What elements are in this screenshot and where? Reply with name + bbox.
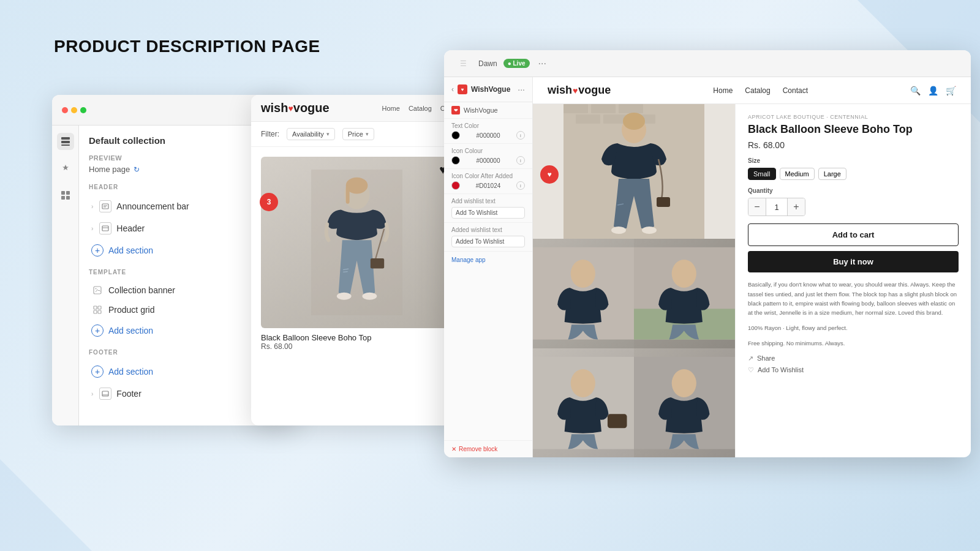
store-nav-icons: 🔍 👤 🛒 bbox=[910, 86, 956, 96]
product-shipping: Free shipping. No minimums. Always. bbox=[748, 339, 959, 348]
svg-rect-4 bbox=[66, 191, 70, 195]
svg-point-42 bbox=[642, 227, 657, 234]
footer-chevron: › bbox=[91, 391, 93, 397]
remove-block-button[interactable]: ✕ Remove block bbox=[444, 440, 532, 457]
quantity-decrease-button[interactable]: − bbox=[748, 198, 766, 216]
product-store-name: APRICOT LAKE BOUTIQUE · CENTENNIAL bbox=[748, 114, 959, 120]
added-wishlist-label: Added wishlist text bbox=[451, 227, 525, 233]
svg-rect-33 bbox=[591, 104, 616, 113]
text-color-row: Text Color #000000 i bbox=[444, 119, 532, 144]
text-color-info-icon[interactable]: i bbox=[516, 131, 525, 140]
collection-nav: Home Catalog Con bbox=[382, 105, 453, 112]
shopify-editor-panel: ☰ Dawn ● Live ··· ‹ ♥ WishVogue ··· Wish… bbox=[444, 50, 971, 457]
product-images-grid bbox=[533, 104, 735, 457]
customize-icon[interactable] bbox=[57, 160, 74, 177]
price-filter[interactable]: Price ▾ bbox=[342, 128, 374, 140]
cart-nav-icon[interactable]: 🛒 bbox=[946, 86, 956, 96]
nav-home[interactable]: Home bbox=[382, 105, 400, 112]
size-options: Small Medium Large bbox=[748, 168, 959, 180]
svg-rect-3 bbox=[61, 191, 65, 195]
collection-person-svg bbox=[290, 170, 424, 315]
product-description: Basically, if you don't know what to wea… bbox=[748, 280, 959, 317]
wishlist-count-badge-right: ♥ bbox=[540, 165, 559, 184]
store-navigation: wish♥vogue Home Catalog Contact 🔍 👤 🛒 bbox=[533, 77, 971, 104]
nav-link-home[interactable]: Home bbox=[713, 86, 733, 95]
add-section-header-label: Add section bbox=[108, 246, 153, 255]
nav-link-catalog[interactable]: Catalog bbox=[745, 86, 770, 95]
svg-rect-1 bbox=[61, 141, 70, 143]
icon-color-added-row: Icon Color After Added #D01024 i bbox=[444, 169, 532, 194]
svg-rect-43 bbox=[657, 197, 670, 207]
svg-point-45 bbox=[571, 260, 595, 288]
editor-top-bar: ☰ Dawn ● Live ··· bbox=[444, 50, 971, 77]
remove-block-icon: ✕ bbox=[451, 446, 456, 452]
share-label[interactable]: Share bbox=[757, 354, 775, 362]
text-color-label: Text Color bbox=[451, 122, 525, 129]
preview-refresh-icon[interactable]: ↻ bbox=[134, 165, 140, 174]
thumb-4[interactable] bbox=[634, 348, 735, 458]
svg-point-39 bbox=[623, 113, 645, 130]
icon-color-added-info-icon[interactable]: i bbox=[516, 181, 525, 190]
availability-label: Availability bbox=[292, 130, 324, 138]
wishlist-label[interactable]: Add To Wishlist bbox=[758, 366, 804, 373]
nav-catalog[interactable]: Catalog bbox=[409, 105, 432, 112]
quantity-increase-button[interactable]: + bbox=[788, 198, 805, 216]
collection-top-bar: wish♥vogue Home Catalog Con bbox=[251, 95, 462, 122]
icon-color-added-swatch[interactable] bbox=[451, 181, 460, 190]
text-color-swatch[interactable] bbox=[451, 131, 460, 140]
added-wishlist-input[interactable] bbox=[451, 236, 525, 247]
product-content: APRICOT LAKE BOUTIQUE · CENTENNIAL Black… bbox=[533, 104, 971, 457]
svg-rect-15 bbox=[98, 306, 101, 309]
wishlist-text-input[interactable] bbox=[451, 207, 525, 219]
store-nav-links: Home Catalog Contact bbox=[713, 86, 808, 95]
wv-sub-brand-name: WishVogue bbox=[464, 107, 498, 114]
svg-rect-6 bbox=[66, 196, 70, 200]
apps-icon[interactable] bbox=[57, 187, 74, 204]
icon-color-swatch[interactable] bbox=[451, 156, 460, 165]
announcement-icon bbox=[99, 200, 111, 212]
product-fabric: 100% Rayon · Light, flowy and perfect. bbox=[748, 323, 959, 332]
svg-rect-32 bbox=[564, 104, 588, 113]
search-nav-icon[interactable]: 🔍 bbox=[910, 86, 921, 96]
wv-back-icon[interactable]: ‹ bbox=[451, 85, 454, 94]
sidebar-toggle-icon[interactable]: ☰ bbox=[454, 54, 472, 73]
thumb-3[interactable] bbox=[533, 348, 634, 458]
svg-rect-23 bbox=[346, 186, 350, 204]
svg-point-13 bbox=[96, 288, 97, 290]
svg-point-26 bbox=[337, 293, 352, 300]
price-label: Price bbox=[348, 130, 363, 138]
wv-more-icon[interactable]: ··· bbox=[518, 84, 525, 94]
thumb-2[interactable] bbox=[634, 239, 735, 348]
collection-product-card[interactable]: ♥ Black Balloon Sleeve Boho Top Rs. 68.0… bbox=[261, 157, 453, 351]
share-icon: ↗ bbox=[748, 354, 753, 362]
svg-rect-51 bbox=[608, 414, 627, 428]
collection-preview: wish♥vogue Home Catalog Con Filter: Avai… bbox=[251, 95, 462, 425]
wv-brand-name: WishVogue bbox=[471, 85, 510, 94]
text-color-value-row: #000000 i bbox=[451, 131, 525, 140]
add-section-template-plus: + bbox=[91, 324, 104, 337]
text-color-hex: #000000 bbox=[477, 132, 500, 139]
sections-icon[interactable] bbox=[57, 133, 74, 150]
collection-product-image: ♥ bbox=[261, 157, 453, 328]
manage-app-link[interactable]: Manage app bbox=[444, 252, 532, 268]
user-nav-icon[interactable]: 👤 bbox=[928, 86, 938, 96]
svg-rect-0 bbox=[61, 137, 70, 140]
logo-heart-icon: ♥ bbox=[288, 103, 293, 113]
icon-color-info-icon[interactable]: i bbox=[516, 156, 525, 165]
svg-rect-29 bbox=[371, 258, 384, 268]
quantity-label: Quantity bbox=[748, 187, 959, 194]
size-small[interactable]: Small bbox=[748, 168, 776, 180]
nav-link-contact[interactable]: Contact bbox=[783, 86, 808, 95]
size-medium[interactable]: Medium bbox=[780, 168, 815, 180]
add-to-cart-button[interactable]: Add to cart bbox=[748, 223, 959, 246]
svg-rect-12 bbox=[94, 287, 101, 294]
availability-filter[interactable]: Availability ▾ bbox=[287, 128, 335, 140]
buy-now-button[interactable]: Buy it now bbox=[748, 251, 959, 272]
more-options-icon[interactable]: ··· bbox=[538, 58, 546, 69]
size-large[interactable]: Large bbox=[818, 168, 846, 180]
quantity-control: − 1 + bbox=[748, 198, 805, 216]
thumb-1[interactable] bbox=[533, 239, 634, 348]
wv-sub-item: WishVogue bbox=[444, 102, 532, 119]
wishlist-text-label: Add wishlist text bbox=[451, 198, 525, 204]
price-chevron: ▾ bbox=[366, 131, 369, 137]
